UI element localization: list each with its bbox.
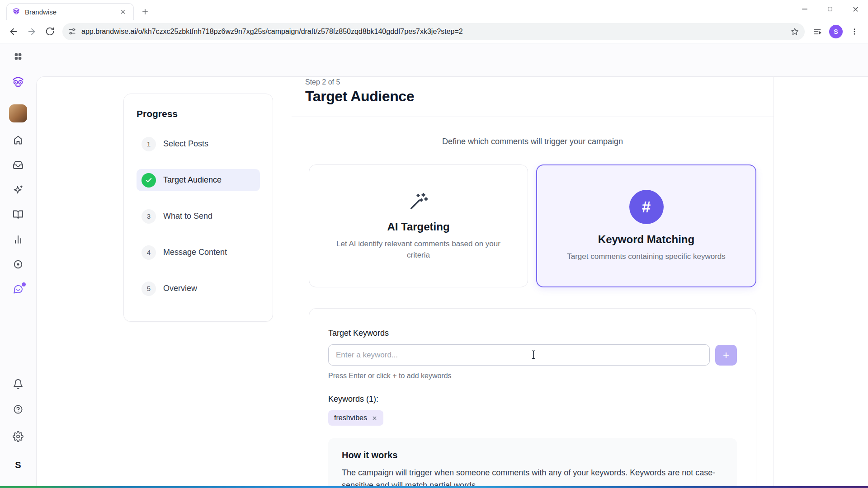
window-close-icon[interactable] <box>843 0 868 18</box>
progress-step-what-to-send[interactable]: 3 What to Send <box>137 205 260 227</box>
option-ai-targeting[interactable]: AI Targeting Let AI identify relevant co… <box>309 164 528 287</box>
step-number: 1 <box>142 137 156 151</box>
main-content-card: Progress 1 Select Posts Target Audience … <box>36 76 868 488</box>
step-label: Select Posts <box>163 139 208 149</box>
progress-step-select-posts[interactable]: 1 Select Posts <box>137 133 260 155</box>
step-subtitle: Define which comments will trigger your … <box>309 137 756 146</box>
window-maximize-icon[interactable] <box>817 0 843 18</box>
side-panel-icon[interactable] <box>808 23 826 41</box>
progress-card: Progress 1 Select Posts Target Audience … <box>123 94 273 322</box>
step-number: 3 <box>142 209 156 224</box>
taskbar-edge <box>0 486 868 488</box>
window-minimize-icon[interactable] <box>792 0 817 18</box>
keyword-input[interactable] <box>328 344 710 366</box>
tab-close-icon[interactable] <box>117 6 129 18</box>
page-title: Target Audience <box>305 88 774 105</box>
forward-icon[interactable] <box>23 23 41 41</box>
step-label: Overview <box>163 284 197 293</box>
target-keywords-label: Target Keywords <box>328 328 737 338</box>
remove-keyword-icon[interactable] <box>372 415 377 421</box>
progress-step-message-content[interactable]: 4 Message Content <box>137 241 260 263</box>
notification-dot <box>22 282 26 286</box>
step-label: Message Content <box>163 248 227 257</box>
browser-tabstrip: Brandwise <box>0 0 868 20</box>
bookmark-star-icon[interactable] <box>790 27 799 36</box>
option-title: Keyword Matching <box>598 233 694 246</box>
option-description: Let AI identify relevant comments based … <box>335 239 502 261</box>
notifications-bell-icon[interactable] <box>13 379 24 389</box>
hash-icon: # <box>629 190 664 224</box>
library-book-icon[interactable] <box>13 209 24 220</box>
keyword-hint: Press Enter or click + to add keywords <box>328 372 737 380</box>
reload-icon[interactable] <box>41 23 59 41</box>
apps-grid-icon[interactable] <box>13 52 23 61</box>
window-controls <box>792 0 868 18</box>
rail-profile-initial[interactable]: S <box>11 458 25 472</box>
option-description: Target comments containing specific keyw… <box>567 251 726 263</box>
wand-sparkles-icon <box>408 191 429 211</box>
browser-tab[interactable]: Brandwise <box>6 3 134 20</box>
settings-gear-icon[interactable] <box>13 431 24 442</box>
keywords-panel: Target Keywords + Press Enter or click +… <box>309 308 756 488</box>
analytics-icon[interactable] <box>13 234 24 245</box>
new-tab-icon[interactable] <box>139 6 151 18</box>
workspace-avatar[interactable] <box>9 104 27 122</box>
option-title: AI Targeting <box>387 221 449 233</box>
inbox-icon[interactable] <box>13 160 24 170</box>
progress-step-overview[interactable]: 5 Overview <box>137 277 260 300</box>
add-keyword-button[interactable]: + <box>715 345 737 366</box>
keywords-count-label: Keywords (1): <box>328 394 737 404</box>
step-label: Target Audience <box>163 175 222 185</box>
how-it-works-title: How it works <box>342 450 723 460</box>
engage-chat-icon[interactable] <box>13 284 24 295</box>
keyword-chip-text: freshvibes <box>334 414 367 422</box>
left-rail: S <box>0 43 36 488</box>
step-label: What to Send <box>163 211 212 221</box>
how-it-works-box: How it works The campaign will trigger w… <box>328 438 737 488</box>
step-content-column: Step 2 of 5 Target Audience Define which… <box>292 77 774 488</box>
progress-title: Progress <box>137 108 260 119</box>
step-number: 5 <box>142 282 156 296</box>
app-window: S Progress 1 Select Posts Target Audienc… <box>0 43 868 488</box>
targeting-disc-icon[interactable] <box>13 259 24 270</box>
browser-menu-icon[interactable] <box>845 23 863 41</box>
keyword-chip: freshvibes <box>328 410 383 426</box>
site-info-icon[interactable] <box>68 27 76 36</box>
help-icon[interactable] <box>13 404 24 415</box>
ai-sparkles-icon[interactable] <box>13 184 24 195</box>
option-keyword-matching[interactable]: # Keyword Matching Target comments conta… <box>536 164 756 287</box>
brandwise-logo-icon[interactable] <box>10 76 26 89</box>
step-indicator: Step 2 of 5 <box>305 78 774 86</box>
browser-toolbar: app.brandwise.ai/o/kh7czxc25zbktfnh718pz… <box>0 20 868 43</box>
url-text[interactable]: app.brandwise.ai/o/kh7czxc25zbktfnh718pz… <box>81 28 785 36</box>
how-it-works-text: The campaign will trigger when someone c… <box>342 467 723 488</box>
tab-title: Brandwise <box>25 8 113 16</box>
targeting-options: AI Targeting Let AI identify relevant co… <box>309 164 756 287</box>
check-icon <box>142 173 156 188</box>
url-bar[interactable]: app.brandwise.ai/o/kh7czxc25zbktfnh718pz… <box>62 23 805 40</box>
home-icon[interactable] <box>13 135 24 145</box>
back-icon[interactable] <box>5 23 23 41</box>
browser-profile-avatar[interactable]: S <box>829 25 843 38</box>
step-number: 4 <box>142 245 156 260</box>
progress-step-target-audience[interactable]: Target Audience <box>137 169 260 191</box>
step-header: Step 2 of 5 Target Audience <box>292 77 774 117</box>
brandwise-favicon-icon <box>12 8 20 16</box>
